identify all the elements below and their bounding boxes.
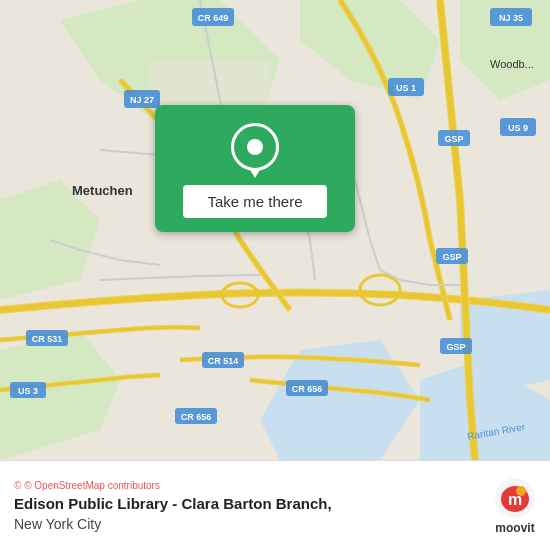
svg-text:CR 649: CR 649 bbox=[198, 13, 229, 23]
svg-text:US 1: US 1 bbox=[396, 83, 416, 93]
svg-text:NJ 35: NJ 35 bbox=[499, 13, 523, 23]
location-name-subtitle: New York City bbox=[14, 516, 332, 532]
location-pin-icon bbox=[231, 123, 279, 171]
svg-text:CR 656: CR 656 bbox=[292, 384, 323, 394]
svg-text:GSP: GSP bbox=[446, 342, 465, 352]
attribution-text: © © OpenStreetMap contributors bbox=[14, 480, 332, 491]
bottom-bar: © © OpenStreetMap contributors Edison Pu… bbox=[0, 460, 550, 550]
svg-text:CR 656: CR 656 bbox=[181, 412, 212, 422]
pin-center bbox=[247, 139, 263, 155]
map-container: CR 649 NJ 35 US 1 NJ 27 GSP GSP GSP US 9… bbox=[0, 0, 550, 460]
moovit-icon-svg: m bbox=[494, 477, 536, 519]
location-name-title: Edison Public Library - Clara Barton Bra… bbox=[14, 495, 332, 512]
location-panel: Take me there bbox=[155, 105, 355, 232]
moovit-label: moovit bbox=[495, 521, 534, 535]
svg-text:GSP: GSP bbox=[444, 134, 463, 144]
svg-text:US 3: US 3 bbox=[18, 386, 38, 396]
svg-text:NJ 27: NJ 27 bbox=[130, 95, 154, 105]
moovit-logo: m moovit bbox=[494, 477, 536, 535]
svg-text:GSP: GSP bbox=[442, 252, 461, 262]
bottom-info: © © OpenStreetMap contributors Edison Pu… bbox=[14, 480, 332, 532]
copyright-symbol: © bbox=[14, 480, 21, 491]
svg-text:US 9: US 9 bbox=[508, 123, 528, 133]
take-me-there-button[interactable]: Take me there bbox=[183, 185, 326, 218]
svg-text:Woodb...: Woodb... bbox=[490, 58, 534, 70]
attribution-label: © OpenStreetMap contributors bbox=[24, 480, 160, 491]
svg-text:Metuchen: Metuchen bbox=[72, 183, 133, 198]
svg-text:CR 531: CR 531 bbox=[32, 334, 63, 344]
svg-text:CR 514: CR 514 bbox=[208, 356, 239, 366]
